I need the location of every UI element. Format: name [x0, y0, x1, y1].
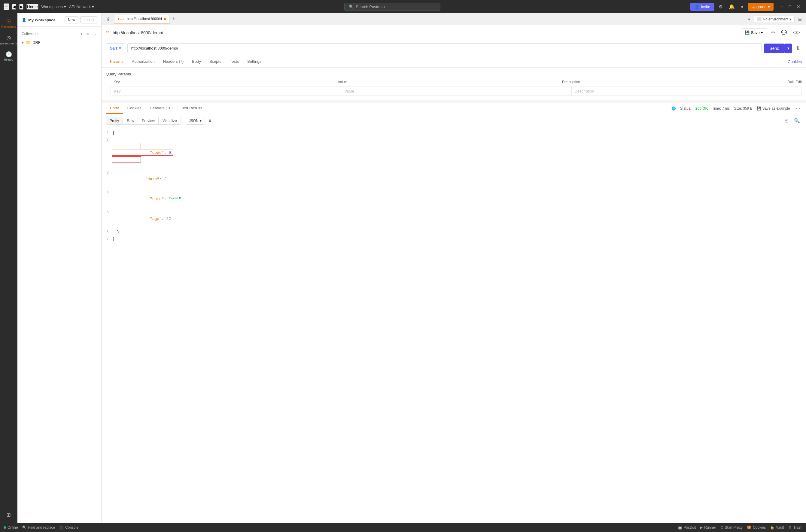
save-dropdown-icon: ▾: [761, 30, 763, 35]
find-replace-button[interactable]: 🔍 Find and replace: [22, 526, 55, 530]
more-options-icon[interactable]: ···: [91, 31, 97, 37]
send-dropdown-button[interactable]: ▾: [785, 43, 792, 53]
request-panel: ☷ http://localhost:8000/demo/ 💾 Save ▾ ✏…: [101, 25, 806, 100]
nav-home[interactable]: Home: [26, 4, 38, 10]
edit-icon[interactable]: ✏: [769, 28, 777, 37]
response-more-icon[interactable]: ···: [794, 104, 802, 112]
tab-params[interactable]: Params: [106, 56, 128, 67]
resp-tab-cookies[interactable]: Cookies: [123, 103, 146, 114]
key-input-cell[interactable]: Key: [111, 87, 341, 96]
import-button[interactable]: Import: [80, 16, 97, 23]
comment-icon[interactable]: 💬: [779, 28, 789, 37]
add-collection-icon[interactable]: +: [79, 31, 84, 37]
params-header-row: Key Value Description ··· Bulk Edit: [106, 79, 802, 85]
code-line-3: 3 "data": {: [101, 169, 806, 189]
adjust-icon[interactable]: ⇅: [794, 44, 802, 52]
menu-icon[interactable]: ☰: [4, 3, 9, 10]
method-selector[interactable]: GET ▾: [106, 43, 125, 53]
search-bar[interactable]: 🔍 Search Postman: [344, 3, 440, 11]
runner-button[interactable]: ▶ Runner: [700, 526, 716, 530]
settings-icon[interactable]: ⚙: [717, 3, 725, 11]
code-line-6: 6 }: [101, 229, 806, 235]
tab-dropdown-button[interactable]: ▾: [746, 16, 752, 23]
bulk-edit-button[interactable]: ··· Bulk Edit: [784, 80, 802, 84]
resp-tab-test-results[interactable]: Test Results: [177, 103, 206, 114]
upgrade-button[interactable]: Upgrade ▾: [748, 3, 773, 11]
method-arrow-icon: ▾: [119, 46, 121, 51]
topbar-center: 🔍 Search Postman: [96, 3, 688, 11]
avatar-icon[interactable]: ●: [739, 3, 746, 11]
cookies-button[interactable]: 🍪 Cookies: [747, 526, 766, 530]
content-area: 🗑 GET http://localhost:8000/d + ▾ ⬜ No e…: [101, 13, 806, 523]
resp-tab-body[interactable]: Body: [106, 103, 123, 114]
tab-scripts[interactable]: Scripts: [205, 56, 226, 67]
vault-button[interactable]: 🔒 Vault: [770, 526, 784, 530]
console-button[interactable]: ⬛ Console: [59, 526, 78, 530]
format-visualize[interactable]: Visualize: [159, 117, 181, 125]
url-input[interactable]: [127, 43, 762, 53]
environment-selector[interactable]: ⬜ No environment ▾: [754, 16, 794, 23]
send-button[interactable]: Send: [764, 43, 785, 53]
save-button[interactable]: 💾 Save ▾: [741, 28, 767, 37]
sidebar-item-environments[interactable]: ◎ Environments: [1, 32, 16, 48]
start-proxy-button[interactable]: ⬡ Start Proxy: [721, 526, 743, 530]
add-tab-button[interactable]: +: [170, 16, 177, 22]
response-section: Body Cookies Headers (10) Test Results 🌐…: [101, 103, 806, 523]
tree-header-actions: + ≡ ···: [79, 31, 97, 37]
wrap-icon[interactable]: ≡: [209, 118, 211, 124]
code-line-2: 2 "code": 0,: [101, 136, 806, 169]
tab-tests[interactable]: Tests: [226, 56, 243, 67]
key-header: Key: [111, 79, 335, 85]
cookies-link[interactable]: Cookies: [788, 59, 802, 64]
minimize-button[interactable]: ─: [779, 3, 786, 10]
trash-button[interactable]: 🗑 Trash: [788, 526, 802, 530]
value-input-cell[interactable]: Value: [341, 87, 571, 96]
maximize-button[interactable]: □: [787, 3, 793, 10]
code-line-1: 1 {: [101, 130, 806, 136]
search-response-icon[interactable]: 🔍: [792, 117, 802, 125]
sidebar-item-history[interactable]: 🕐 History: [1, 49, 16, 64]
nav-forward[interactable]: ▶: [19, 4, 23, 10]
format-pretty[interactable]: Pretty: [106, 117, 123, 125]
save-example-icon: 💾: [757, 106, 761, 111]
left-panel-header: 👤 My Workspace New Import: [17, 13, 101, 27]
desc-input-cell[interactable]: Description: [572, 87, 802, 96]
tab-settings[interactable]: Settings: [243, 56, 266, 67]
json-format-selector[interactable]: JSON ▾: [186, 117, 205, 125]
runner-icon: ▶: [700, 526, 703, 530]
save-icon: 💾: [745, 30, 750, 35]
close-button[interactable]: ✕: [794, 3, 802, 10]
invite-button[interactable]: 👤 Invite: [690, 3, 714, 11]
person-icon: 👤: [694, 4, 699, 9]
window-controls: ─ □ ✕: [779, 3, 802, 10]
format-raw[interactable]: Raw: [123, 117, 138, 125]
line-number-5: 5: [101, 209, 112, 216]
save-as-example-button[interactable]: 💾 Save as example: [757, 106, 790, 111]
code-icon[interactable]: </>: [791, 29, 802, 37]
main-layout: ⊡ Collections ◎ Environments 🕐 History ⊞…: [0, 13, 806, 523]
tree-item-drf[interactable]: ▶ 📁 DRF: [17, 39, 101, 46]
line-number-6: 6: [101, 229, 112, 235]
tab-headers[interactable]: Headers (7): [159, 56, 188, 67]
tab-body[interactable]: Body: [188, 56, 205, 67]
postbot-button[interactable]: 🤖 Postbot: [678, 526, 696, 530]
active-tab[interactable]: GET http://localhost:8000/d: [114, 15, 170, 23]
value-header: Value: [335, 79, 559, 85]
tab-authorization[interactable]: Authorization: [128, 56, 159, 67]
nav-workspaces[interactable]: Workspaces ▾: [41, 4, 66, 9]
sidebar-item-workspaces[interactable]: ⊞: [1, 509, 16, 520]
tab-close-area: 🗑: [104, 17, 114, 22]
proxy-icon: ⬡: [721, 526, 723, 530]
nav-api-network[interactable]: API Network ▾: [69, 4, 94, 9]
view-layout-button[interactable]: ⊞: [797, 16, 804, 23]
format-preview[interactable]: Preview: [138, 117, 159, 125]
resp-tab-headers[interactable]: Headers (10): [146, 103, 177, 114]
copy-response-icon[interactable]: ⎘: [783, 117, 790, 125]
bell-icon[interactable]: 🔔: [727, 3, 736, 11]
new-button[interactable]: New: [64, 16, 78, 23]
json-arrow-icon: ▾: [200, 119, 202, 123]
nav-back[interactable]: ◀: [12, 4, 16, 10]
sidebar-item-collections[interactable]: ⊡ Collections: [1, 16, 16, 31]
code-view: 1 { 2 "code": 0, 3 "data":: [101, 127, 806, 523]
filter-icon[interactable]: ≡: [85, 31, 90, 37]
